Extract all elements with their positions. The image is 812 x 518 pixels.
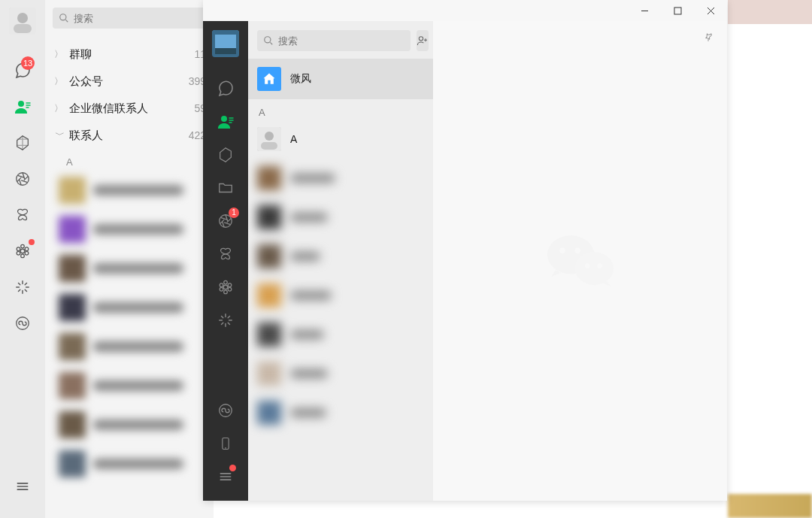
w2-avatar[interactable] bbox=[212, 30, 239, 57]
add-friend-button[interactable] bbox=[417, 30, 429, 51]
list-item[interactable] bbox=[53, 405, 206, 444]
svg-rect-33 bbox=[261, 142, 277, 150]
svg-point-35 bbox=[574, 252, 614, 285]
svg-point-11 bbox=[17, 247, 20, 251]
titlebar bbox=[203, 0, 727, 21]
menu-icon[interactable] bbox=[0, 468, 45, 504]
list-item[interactable] bbox=[53, 288, 206, 327]
cat-label: 公众号 bbox=[69, 74, 103, 89]
contacts-icon[interactable] bbox=[203, 105, 248, 138]
list-item[interactable] bbox=[53, 171, 206, 210]
spark-icon[interactable] bbox=[203, 304, 248, 337]
w1-letter-header: A bbox=[53, 149, 206, 171]
contacts-icon[interactable] bbox=[0, 89, 45, 125]
menu-icon[interactable] bbox=[203, 460, 248, 493]
wechat-window-1: 13 bbox=[0, 0, 201, 518]
svg-point-36 bbox=[559, 248, 565, 253]
home-icon bbox=[257, 67, 281, 91]
contact-row[interactable] bbox=[248, 198, 433, 237]
miniprogram-icon[interactable] bbox=[0, 305, 45, 341]
aperture-icon[interactable] bbox=[0, 161, 45, 197]
cat-groupchat[interactable]: 〉 群聊 11 bbox=[53, 41, 206, 68]
list-item[interactable] bbox=[53, 444, 206, 483]
svg-rect-14 bbox=[674, 8, 681, 14]
minimize-button[interactable] bbox=[628, 0, 661, 21]
contact-row[interactable] bbox=[248, 159, 433, 198]
pin-icon[interactable] bbox=[703, 32, 714, 42]
miniprogram-icon[interactable] bbox=[203, 394, 248, 427]
aperture-badge: 1 bbox=[229, 208, 239, 218]
svg-rect-17 bbox=[215, 48, 236, 54]
list-item[interactable] bbox=[53, 249, 206, 288]
w2-detail-panel bbox=[433, 21, 727, 501]
svg-point-32 bbox=[265, 132, 274, 141]
special-label: 微风 bbox=[290, 72, 311, 86]
butterfly-icon[interactable] bbox=[203, 238, 248, 271]
chat-icon[interactable]: 13 bbox=[0, 53, 45, 89]
contact-row[interactable] bbox=[248, 354, 433, 393]
list-item[interactable] bbox=[53, 327, 206, 366]
contact-name: A bbox=[290, 133, 297, 145]
svg-point-13 bbox=[60, 14, 66, 20]
svg-point-4 bbox=[17, 173, 29, 186]
svg-point-21 bbox=[224, 280, 228, 284]
svg-point-39 bbox=[597, 263, 601, 268]
contact-row[interactable] bbox=[248, 393, 433, 432]
w2-search[interactable] bbox=[257, 30, 411, 51]
svg-point-7 bbox=[25, 247, 29, 251]
flower-dot bbox=[29, 239, 35, 245]
svg-point-6 bbox=[21, 244, 25, 248]
svg-point-1 bbox=[17, 13, 28, 23]
chevron-right-icon: 〉 bbox=[53, 75, 65, 88]
svg-point-26 bbox=[220, 283, 223, 287]
discover-icon[interactable] bbox=[203, 138, 248, 171]
maximize-button[interactable] bbox=[661, 0, 694, 21]
chat-icon[interactable] bbox=[203, 72, 248, 105]
svg-point-10 bbox=[17, 251, 20, 255]
close-button[interactable] bbox=[694, 0, 727, 21]
aperture-icon[interactable]: 1 bbox=[203, 204, 248, 238]
cat-label: 联系人 bbox=[69, 129, 103, 143]
cat-contacts[interactable]: 〉 联系人 422 bbox=[53, 122, 206, 149]
discover-icon[interactable] bbox=[0, 125, 45, 161]
w1-avatar[interactable] bbox=[9, 8, 36, 35]
phone-icon[interactable] bbox=[203, 427, 248, 460]
w2-contact-panel: 微风 A A bbox=[248, 21, 433, 501]
flower-icon[interactable] bbox=[203, 271, 248, 304]
list-item[interactable] bbox=[53, 366, 206, 405]
butterfly-icon[interactable] bbox=[0, 197, 45, 233]
svg-point-22 bbox=[228, 283, 232, 287]
contact-row[interactable] bbox=[248, 276, 433, 315]
svg-point-9 bbox=[21, 254, 25, 258]
flower-icon[interactable] bbox=[0, 233, 45, 269]
wechat-logo bbox=[546, 231, 615, 291]
svg-point-25 bbox=[220, 287, 223, 291]
chevron-right-icon: 〉 bbox=[53, 102, 65, 115]
w1-search-input[interactable] bbox=[74, 13, 200, 24]
svg-rect-2 bbox=[14, 24, 32, 33]
list-item[interactable] bbox=[53, 210, 206, 249]
cat-official[interactable]: 〉 公众号 399 bbox=[53, 68, 206, 95]
svg-rect-16 bbox=[215, 35, 236, 48]
chevron-right-icon: 〉 bbox=[53, 48, 65, 61]
spark-icon[interactable] bbox=[0, 269, 45, 305]
search-icon bbox=[263, 35, 274, 46]
special-entry[interactable]: 微风 bbox=[248, 59, 433, 99]
w2-search-input[interactable] bbox=[278, 35, 404, 47]
contact-row[interactable]: A bbox=[248, 120, 433, 159]
svg-point-24 bbox=[224, 290, 228, 294]
w1-search[interactable] bbox=[53, 8, 206, 29]
svg-point-23 bbox=[228, 287, 232, 291]
contact-row[interactable] bbox=[248, 237, 433, 276]
menu-dot bbox=[229, 465, 236, 471]
chevron-down-icon: 〉 bbox=[53, 129, 65, 141]
svg-point-5 bbox=[20, 249, 25, 253]
cat-wecom[interactable]: 〉 企业微信联系人 59 bbox=[53, 95, 206, 122]
cat-label: 群聊 bbox=[69, 47, 92, 62]
folder-icon[interactable] bbox=[203, 171, 248, 204]
svg-point-38 bbox=[584, 263, 589, 268]
contact-row[interactable] bbox=[248, 315, 433, 354]
w2-sidebar: 1 bbox=[203, 21, 248, 501]
svg-point-29 bbox=[265, 37, 271, 43]
svg-point-18 bbox=[221, 116, 227, 122]
